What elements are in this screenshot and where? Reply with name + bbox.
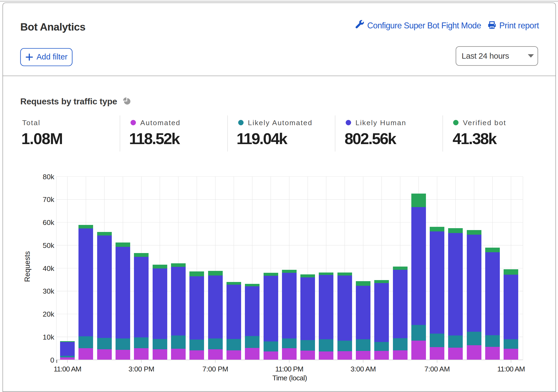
svg-text:41.38k: 41.38k xyxy=(452,130,497,147)
svg-text:Bot Analytics: Bot Analytics xyxy=(20,21,86,33)
svg-text:Configure Super Bot Fight Mode: Configure Super Bot Fight Mode xyxy=(367,21,481,30)
svg-text:3:00 PM: 3:00 PM xyxy=(129,365,154,373)
svg-text:3:00 AM: 3:00 AM xyxy=(350,365,376,373)
svg-text:11:00 PM: 11:00 PM xyxy=(275,365,303,373)
svg-text:7:00 PM: 7:00 PM xyxy=(202,365,228,373)
svg-text:7:00 AM: 7:00 AM xyxy=(424,365,450,373)
svg-text:1.08M: 1.08M xyxy=(21,130,63,147)
svg-text:Add filter: Add filter xyxy=(37,52,68,61)
svg-text:118.52k: 118.52k xyxy=(129,130,180,147)
svg-text:Total: Total xyxy=(22,119,40,127)
svg-text:11:00 AM: 11:00 AM xyxy=(497,365,525,373)
svg-text:10k: 10k xyxy=(43,333,54,341)
svg-text:802.56k: 802.56k xyxy=(344,130,396,147)
svg-text:Requests by traffic type: Requests by traffic type xyxy=(20,97,117,106)
svg-text:0: 0 xyxy=(50,356,54,364)
svg-text:20k: 20k xyxy=(43,310,54,318)
svg-text:30k: 30k xyxy=(43,287,54,295)
svg-text:Requests: Requests xyxy=(23,251,31,282)
svg-text:60k: 60k xyxy=(43,218,54,227)
svg-text:Likely Human: Likely Human xyxy=(355,119,406,127)
svg-text:50k: 50k xyxy=(43,241,54,250)
svg-text:80k: 80k xyxy=(43,173,54,181)
svg-text:70k: 70k xyxy=(43,195,54,204)
svg-text:119.04k: 119.04k xyxy=(237,130,288,147)
svg-text:Verified bot: Verified bot xyxy=(463,119,506,127)
svg-text:Last 24 hours: Last 24 hours xyxy=(462,51,509,60)
svg-text:Automated: Automated xyxy=(140,119,180,127)
svg-text:11:00 AM: 11:00 AM xyxy=(54,365,81,373)
svg-text:Print report: Print report xyxy=(499,21,539,30)
svg-text:Time (local): Time (local) xyxy=(273,374,307,382)
svg-text:Likely Automated: Likely Automated xyxy=(248,119,313,127)
svg-text:40k: 40k xyxy=(43,264,54,273)
